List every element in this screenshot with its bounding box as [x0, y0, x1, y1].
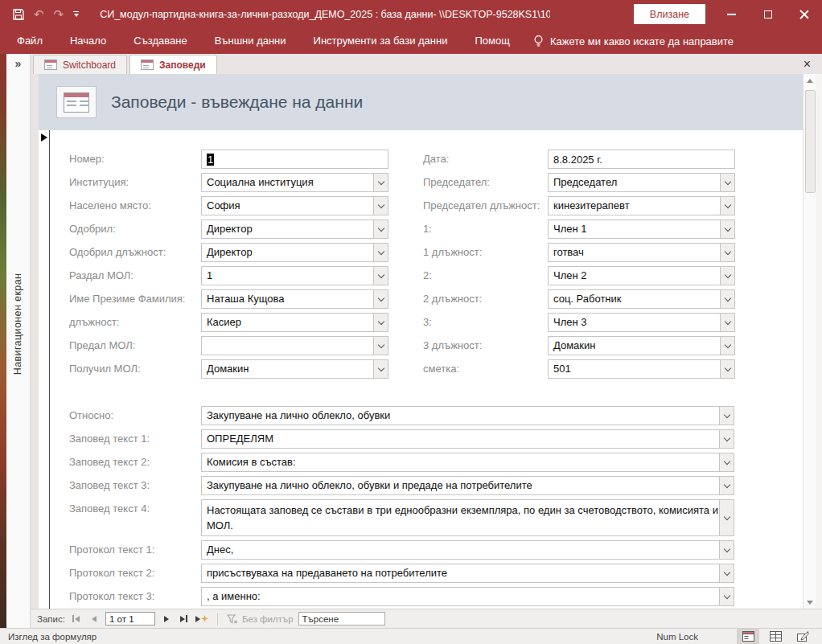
field-protokol-tekst-3-combo[interactable]: , а именно: — [201, 587, 734, 606]
field-ime-prezime-familiya-combo[interactable]: Наташа Кущова — [201, 289, 388, 309]
customize-quick-access-toolbar-icon[interactable] — [73, 11, 79, 17]
chevron-down-icon[interactable] — [720, 337, 734, 355]
field-zapoved-tekst-4-combo[interactable]: Настоящата заповед се състави в три едно… — [201, 499, 734, 536]
field-chlen-2-dlazhnost-combo[interactable]: соц. Работник — [548, 289, 735, 309]
chevron-down-icon[interactable] — [719, 453, 734, 471]
field-chlen-2-combo[interactable]: Член 2 — [548, 266, 735, 285]
field-instituciya-combo[interactable]: Социална институция — [201, 173, 388, 192]
chevron-down-icon[interactable] — [373, 267, 388, 285]
document-tab-1[interactable]: Заповеди — [129, 55, 217, 74]
chevron-down-icon[interactable] — [373, 244, 388, 261]
chevron-down-icon[interactable] — [720, 360, 734, 378]
chevron-down-icon[interactable] — [719, 430, 734, 448]
chevron-down-icon[interactable] — [720, 197, 734, 215]
field-odobril-combo[interactable]: Директор — [201, 219, 388, 239]
field-nomer-input[interactable]: 1 — [201, 150, 388, 169]
undo-icon[interactable]: ↶ — [34, 8, 44, 20]
chevron-down-icon[interactable] — [720, 267, 734, 285]
scroll-down-button[interactable] — [804, 596, 816, 609]
ribbon-tab-5[interactable]: Помощ — [461, 28, 523, 54]
ribbon-tab-1[interactable]: Начало — [56, 28, 120, 54]
ribbon-tab-strip: ФайлНачалоСъздаванеВъншни данниИнструмен… — [0, 28, 822, 54]
field-razdal-mol-combo[interactable]: 1 — [201, 266, 388, 285]
combo-value: Комисия в състав: — [202, 453, 719, 471]
form-field-row: длъжност:Касиер3:Член 3 — [50, 313, 803, 332]
login-button[interactable]: Влизане — [634, 4, 705, 24]
search-input[interactable]: Търсене — [298, 612, 385, 626]
navigation-pane-collapsed[interactable]: » Навигационен екран — [6, 54, 31, 628]
chevron-down-icon[interactable] — [719, 541, 734, 559]
field-label-dlazhnost: длъжност: — [69, 313, 201, 332]
chevron-down-icon[interactable] — [719, 564, 734, 582]
field-poluchil-mol-combo[interactable]: Домакин — [201, 359, 388, 379]
chevron-down-icon[interactable] — [720, 174, 734, 191]
chevron-down-icon[interactable] — [719, 588, 734, 605]
record-position-box[interactable]: 1 от 1 — [105, 612, 155, 626]
scrollbar-thumb[interactable] — [805, 90, 816, 193]
field-otnosno-combo[interactable]: Закупуване на лично облекло, обувки — [201, 406, 734, 425]
ribbon-tab-4[interactable]: Инструменти за бази данни — [300, 28, 462, 54]
field-chlen-3-dlazhnost-combo[interactable]: Домакин — [548, 336, 735, 355]
tell-me-label: Кажете ми какво искате да направите — [550, 35, 734, 47]
record-selector-bar[interactable] — [39, 130, 50, 609]
vertical-scrollbar[interactable] — [803, 74, 816, 609]
chevron-down-icon[interactable] — [373, 290, 388, 308]
form-view-button[interactable] — [737, 629, 759, 644]
minimize-button[interactable] — [713, 0, 750, 28]
chevron-down-icon[interactable] — [719, 407, 734, 425]
ribbon-tab-0[interactable]: Файл — [3, 28, 56, 54]
save-icon[interactable] — [13, 9, 24, 20]
filter-icon[interactable] — [227, 614, 237, 624]
field-protokol-tekst-2-combo[interactable]: присъствуваха на предаването на потребит… — [201, 564, 734, 583]
field-chlen-3-combo[interactable]: Член 3 — [548, 313, 735, 332]
chevron-down-icon[interactable] — [720, 220, 734, 238]
no-filter-label[interactable]: Без филтър — [242, 614, 294, 624]
scroll-up-button[interactable] — [804, 74, 816, 87]
field-dlazhnost-combo[interactable]: Касиер — [201, 313, 388, 332]
field-zapoved-tekst-1-combo[interactable]: ОПРЕДЕЛЯМ — [201, 429, 734, 449]
ribbon-tab-3[interactable]: Външни данни — [201, 28, 300, 54]
expand-navigation-pane-icon[interactable]: » — [6, 54, 30, 70]
selected-text: 1 — [207, 154, 214, 166]
document-tab-0[interactable]: Switchboard — [33, 55, 127, 74]
field-odobril-dlazhnost-combo[interactable]: Директор — [201, 243, 388, 262]
chevron-down-icon[interactable] — [720, 290, 734, 308]
field-smetka-combo[interactable]: 501 — [548, 359, 735, 379]
close-button[interactable] — [786, 0, 822, 28]
close-tab-icon[interactable]: × — [804, 58, 811, 71]
field-chlen-1-dlazhnost-combo[interactable]: готвач — [548, 243, 735, 262]
chevron-down-icon[interactable] — [719, 477, 734, 494]
chevron-down-icon[interactable] — [373, 337, 388, 355]
next-record-icon — [164, 616, 169, 622]
chevron-down-icon[interactable] — [373, 197, 388, 215]
ribbon-tab-2[interactable]: Създаване — [120, 28, 200, 54]
chevron-down-icon[interactable] — [719, 500, 734, 535]
field-label-protokol-tekst-1: Протокол текст 1: — [69, 540, 201, 560]
chevron-down-icon[interactable] — [720, 314, 734, 331]
layout-view-button[interactable] — [791, 629, 814, 644]
field-zapoved-tekst-2-combo[interactable]: Комисия в състав: — [201, 453, 734, 472]
new-record-button[interactable] — [195, 612, 208, 626]
last-record-button[interactable] — [178, 612, 191, 626]
field-zapoved-tekst-3-combo[interactable]: Закупуване на лично облекло, обувки и пр… — [201, 476, 734, 495]
tell-me-box[interactable]: Кажете ми какво искате да направите — [533, 35, 734, 47]
datasheet-view-button[interactable] — [764, 629, 787, 644]
chevron-down-icon[interactable] — [373, 360, 388, 378]
field-chlen-1-combo[interactable]: Член 1 — [548, 219, 735, 239]
first-record-button[interactable] — [70, 612, 83, 626]
chevron-down-icon[interactable] — [373, 220, 388, 238]
field-naseleno-myasto-combo[interactable]: София — [201, 196, 388, 215]
field-predal-mol-combo[interactable] — [201, 336, 388, 355]
field-protokol-tekst-1-combo[interactable]: Днес, — [201, 540, 734, 560]
chevron-down-icon[interactable] — [373, 314, 388, 331]
chevron-down-icon[interactable] — [373, 174, 388, 191]
redo-icon[interactable]: ↷ — [54, 8, 64, 20]
field-predsedatel-dlazhnost-combo[interactable]: кинезитерапевт — [548, 196, 735, 215]
maximize-button[interactable] — [750, 0, 786, 28]
field-label-ime-prezime-familiya: Име Презиме Фамилия: — [69, 289, 201, 309]
previous-record-button[interactable] — [88, 612, 101, 626]
next-record-button[interactable] — [160, 612, 173, 626]
field-predsedatel-combo[interactable]: Председател — [548, 173, 735, 192]
chevron-down-icon[interactable] — [720, 244, 734, 261]
field-data-input[interactable]: 8.8.2025 г. — [548, 150, 735, 169]
